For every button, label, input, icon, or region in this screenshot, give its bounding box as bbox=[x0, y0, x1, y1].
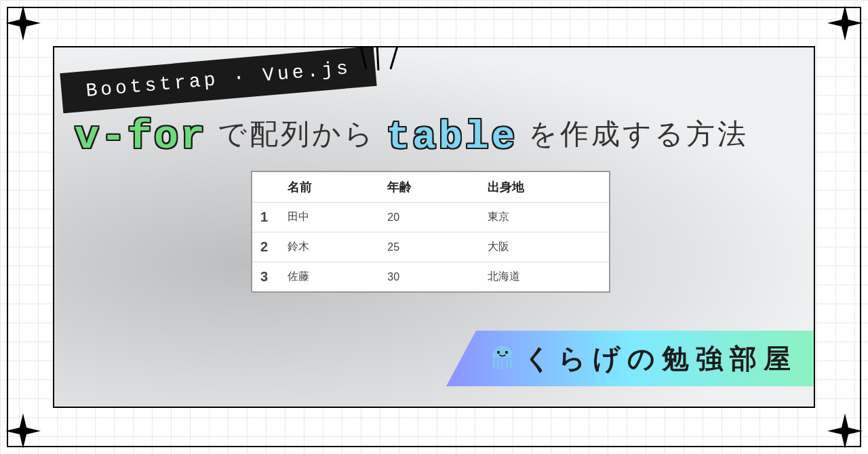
svg-line-1 bbox=[377, 46, 378, 70]
keyword-vfor: v-for bbox=[75, 114, 207, 160]
hero-card: Bootstrap · Vue.js v-for で配列から table を作成… bbox=[53, 46, 815, 408]
table-row: 3 佐藤 30 北海道 bbox=[252, 262, 609, 292]
jellyfish-icon bbox=[487, 343, 518, 374]
table-header-index bbox=[252, 172, 279, 203]
row-index: 3 bbox=[252, 262, 279, 292]
corner-star-icon bbox=[826, 4, 864, 42]
sparkle-accent-icon bbox=[359, 46, 400, 73]
table-header-age: 年齢 bbox=[379, 172, 479, 203]
svg-point-3 bbox=[497, 351, 500, 354]
row-origin: 大阪 bbox=[479, 232, 609, 262]
svg-line-0 bbox=[361, 46, 366, 69]
table-header-name: 名前 bbox=[279, 172, 379, 203]
table-row: 1 田中 20 東京 bbox=[252, 203, 609, 232]
table-header-row: 名前 年齢 出身地 bbox=[252, 172, 609, 203]
svg-line-2 bbox=[391, 46, 397, 69]
row-name: 田中 bbox=[279, 203, 379, 232]
corner-star-icon bbox=[4, 4, 42, 42]
corner-star-icon bbox=[826, 412, 864, 450]
title-text-1: で配列から bbox=[207, 118, 386, 150]
row-age: 30 bbox=[379, 262, 479, 292]
row-age: 25 bbox=[379, 232, 479, 262]
sample-table: 名前 年齢 出身地 1 田中 20 東京 2 鈴木 25 大阪 3 佐藤 30 … bbox=[251, 171, 610, 293]
keyword-table: table bbox=[386, 115, 517, 159]
row-origin: 北海道 bbox=[479, 262, 609, 292]
page-title: v-for で配列から table を作成する方法 bbox=[75, 114, 800, 160]
row-origin: 東京 bbox=[479, 203, 609, 232]
row-index: 2 bbox=[252, 232, 279, 262]
table-header-origin: 出身地 bbox=[479, 172, 609, 203]
table-row: 2 鈴木 25 大阪 bbox=[252, 232, 609, 262]
row-name: 鈴木 bbox=[279, 232, 379, 262]
svg-point-4 bbox=[505, 351, 508, 354]
site-name: くらげの勉強部屋 bbox=[524, 340, 797, 377]
row-age: 20 bbox=[379, 203, 479, 232]
title-text-2: を作成する方法 bbox=[517, 118, 749, 150]
row-index: 1 bbox=[252, 203, 279, 232]
row-name: 佐藤 bbox=[279, 262, 379, 292]
site-ribbon: くらげの勉強部屋 bbox=[446, 331, 815, 386]
corner-star-icon bbox=[4, 412, 42, 450]
